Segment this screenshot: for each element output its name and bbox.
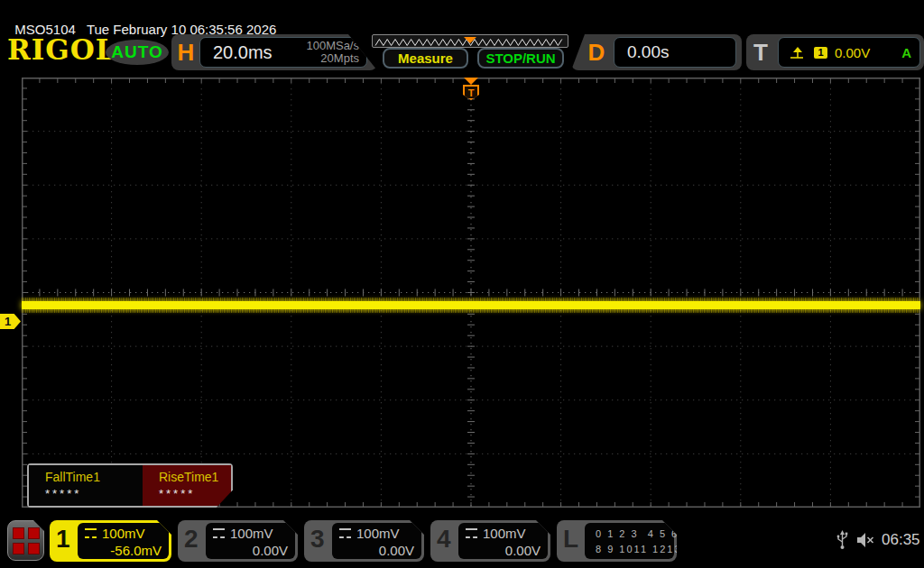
measurement-risetime[interactable]: RiseTime1 ***** bbox=[143, 465, 231, 506]
dc-coupling-icon bbox=[213, 528, 225, 538]
delay-label: D bbox=[582, 34, 611, 70]
stop-run-button[interactable]: STOP/RUN bbox=[477, 48, 564, 69]
channel-number: 2 bbox=[184, 527, 199, 552]
channel-offset: -56.0mV bbox=[85, 543, 162, 558]
channel-scale: 100mV bbox=[356, 526, 400, 541]
logic-label: L bbox=[563, 527, 578, 552]
channel-scale: 100mV bbox=[483, 526, 526, 541]
status-bar: MSO5104Tue February 10 06:35:56 2026 bbox=[7, 6, 276, 37]
trigger-slope-icon bbox=[790, 45, 805, 60]
trigger-sweep-mode: A bbox=[901, 45, 911, 60]
delay-block[interactable]: D 0.00s bbox=[571, 34, 742, 70]
channel-offset: 0.00V bbox=[466, 543, 541, 558]
logic-row2: 8 9 1011 12131415 bbox=[596, 542, 674, 557]
channel-number: 1 bbox=[56, 527, 70, 552]
delay-value: 0.00s bbox=[627, 42, 669, 62]
trigger-label: T bbox=[746, 34, 775, 70]
channel1-trace bbox=[22, 301, 920, 309]
channel2-block[interactable]: 2 100mV 0.00V bbox=[178, 520, 298, 562]
logic-row1: 0 1 2 3 4 5 6 7 bbox=[596, 527, 674, 542]
menu-grid-icon bbox=[13, 527, 40, 554]
sample-rate: 100MSa/s bbox=[306, 39, 359, 52]
measurement-value: ***** bbox=[45, 487, 143, 500]
horizontal-valuebox[interactable]: 20.0ms 100MSa/s 20Mpts bbox=[199, 37, 367, 68]
speaker-mute-icon[interactable] bbox=[856, 532, 874, 548]
dc-coupling-icon bbox=[339, 528, 351, 538]
waveform-overview-strip[interactable] bbox=[372, 34, 568, 48]
waveform-overview-icon bbox=[373, 36, 568, 48]
measurement-label: RiseTime1 bbox=[159, 470, 231, 484]
horizontal-label: H bbox=[171, 34, 200, 70]
channel1-position-marker[interactable]: 1 bbox=[0, 314, 21, 329]
channel-scale: 100mV bbox=[102, 526, 145, 541]
trigger-marker-badge: T bbox=[463, 85, 479, 100]
trigger-status-badge: AUTO bbox=[106, 40, 169, 65]
delay-valuebox[interactable]: 0.00s bbox=[614, 37, 736, 68]
trigger-marker-triangle-icon bbox=[464, 78, 478, 85]
measurement-label: FallTime1 bbox=[45, 470, 143, 484]
clock: 06:35 bbox=[882, 531, 920, 549]
channel-offset: 0.00V bbox=[213, 543, 288, 558]
memory-depth: 20Mpts bbox=[320, 51, 359, 65]
measurement-value: ***** bbox=[159, 487, 231, 500]
channel-offset: 0.00V bbox=[339, 543, 414, 558]
graticule bbox=[22, 78, 920, 508]
channel-scale: 100mV bbox=[230, 526, 273, 541]
dc-coupling-icon bbox=[466, 528, 477, 538]
channel-number: 3 bbox=[310, 527, 325, 552]
channel3-block[interactable]: 3 100mV 0.00V bbox=[304, 520, 424, 562]
trigger-valuebox[interactable]: 1 0.00V A bbox=[778, 37, 920, 68]
dc-coupling-icon bbox=[85, 528, 97, 538]
channel1-block[interactable]: 1 100mV -56.0mV bbox=[50, 520, 171, 562]
trigger-position-marker[interactable]: T bbox=[460, 78, 482, 103]
measurement-falltime[interactable]: FallTime1 ***** bbox=[29, 465, 143, 506]
rigol-logo: RIGOL bbox=[7, 36, 116, 64]
trigger-source-badge: 1 bbox=[814, 47, 827, 59]
trigger-level: 0.00V bbox=[835, 45, 870, 60]
menu-button[interactable] bbox=[7, 520, 44, 561]
measure-button[interactable]: Measure bbox=[383, 48, 468, 69]
usb-icon bbox=[836, 530, 849, 550]
measurement-overlay[interactable]: FallTime1 ***** RiseTime1 ***** bbox=[27, 463, 233, 508]
timebase-value: 20.0ms bbox=[213, 42, 273, 63]
channel-number: 4 bbox=[437, 527, 451, 552]
channel4-block[interactable]: 4 100mV 0.00V bbox=[430, 520, 550, 562]
horizontal-block[interactable]: H 20.0ms 100MSa/s 20Mpts bbox=[171, 34, 377, 70]
trigger-block[interactable]: T 1 0.00V A bbox=[746, 34, 924, 70]
logic-channels-block[interactable]: L 0 1 2 3 4 5 6 7 8 9 1011 12131415 bbox=[557, 520, 677, 562]
